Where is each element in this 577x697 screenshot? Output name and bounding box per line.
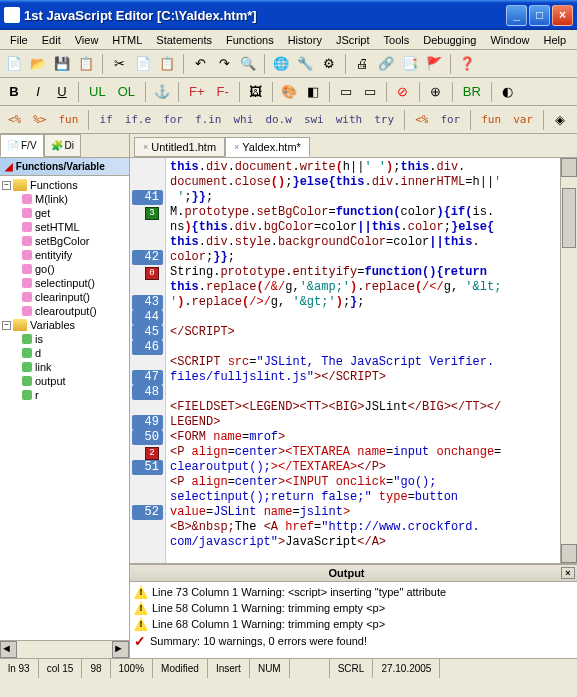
snippet-ife[interactable]: if.e bbox=[121, 111, 156, 128]
help-icon[interactable]: ❓ bbox=[457, 54, 477, 74]
snippet-var[interactable]: var bbox=[509, 111, 537, 128]
snippet-open2[interactable]: <% bbox=[411, 111, 432, 128]
undo-icon[interactable]: ↶ bbox=[190, 54, 210, 74]
ul-button[interactable]: UL bbox=[85, 82, 110, 102]
tree-func-item[interactable]: selectinput() bbox=[2, 276, 127, 290]
ol-button[interactable]: OL bbox=[114, 82, 139, 102]
breakpoint-icon[interactable]: 0 bbox=[145, 267, 159, 280]
snippet-try[interactable]: try bbox=[370, 111, 398, 128]
output-close-icon[interactable]: × bbox=[561, 567, 575, 579]
snippet-open[interactable]: <% bbox=[4, 111, 25, 128]
menu-history[interactable]: History bbox=[282, 32, 328, 48]
code-editor[interactable]: this.div.document.write(h||' ');this.div… bbox=[166, 158, 560, 563]
snippet-fun2[interactable]: fun bbox=[477, 111, 505, 128]
maximize-button[interactable]: □ bbox=[529, 5, 550, 26]
tree-variables[interactable]: −Variables bbox=[2, 318, 127, 332]
misc-icon[interactable]: ◐ bbox=[498, 82, 518, 102]
snippet-fin[interactable]: f.in bbox=[191, 111, 226, 128]
snippet-close[interactable]: %> bbox=[29, 111, 50, 128]
bold-button[interactable]: B bbox=[4, 82, 24, 102]
menu-view[interactable]: View bbox=[69, 32, 105, 48]
anchor-icon[interactable]: ⚓ bbox=[152, 82, 172, 102]
menu-tools[interactable]: Tools bbox=[378, 32, 416, 48]
rect2-icon[interactable]: ▭ bbox=[360, 82, 380, 102]
tree-func-item[interactable]: setBgColor bbox=[2, 234, 127, 248]
image-icon[interactable]: 🖼 bbox=[246, 82, 266, 102]
snippet-fun[interactable]: fun bbox=[55, 111, 83, 128]
editor-tab-yaldex[interactable]: ×Yaldex.htm* bbox=[225, 137, 310, 157]
tree-var-item[interactable]: link bbox=[2, 360, 127, 374]
menu-debugging[interactable]: Debugging bbox=[417, 32, 482, 48]
italic-button[interactable]: I bbox=[28, 82, 48, 102]
menu-jscript[interactable]: JScript bbox=[330, 32, 376, 48]
tree-func-item[interactable]: setHTML bbox=[2, 220, 127, 234]
snippet-misc-icon[interactable]: ◈ bbox=[550, 110, 570, 130]
tree-var-item[interactable]: is bbox=[2, 332, 127, 346]
paste-icon[interactable]: 📋 bbox=[157, 54, 177, 74]
sidebar-scrollbar[interactable]: ◄ ► bbox=[0, 640, 129, 658]
br-button[interactable]: BR bbox=[459, 82, 485, 102]
copy-icon[interactable]: 📄 bbox=[133, 54, 153, 74]
plus-icon[interactable]: ⊕ bbox=[426, 82, 446, 102]
sidebar-tab-fv[interactable]: 📄F/V bbox=[0, 134, 44, 157]
rect-icon[interactable]: ▭ bbox=[336, 82, 356, 102]
bookmark-icon[interactable]: 3 bbox=[145, 207, 159, 220]
tree-func-item[interactable]: clearinput() bbox=[2, 290, 127, 304]
tree-func-item[interactable]: entityify bbox=[2, 248, 127, 262]
palette-icon[interactable]: 🎨 bbox=[279, 82, 299, 102]
tools-icon[interactable]: 🔧 bbox=[295, 54, 315, 74]
tree-func-item[interactable]: get bbox=[2, 206, 127, 220]
tab-close-icon[interactable]: × bbox=[234, 142, 239, 152]
tree-func-item[interactable]: clearoutput() bbox=[2, 304, 127, 318]
output-warning[interactable]: !Line 73 Column 1 Warning: <script> inse… bbox=[132, 584, 575, 600]
cut-icon[interactable]: ✂ bbox=[109, 54, 129, 74]
no-icon[interactable]: ⊘ bbox=[393, 82, 413, 102]
open-icon[interactable]: 📂 bbox=[28, 54, 48, 74]
link-icon[interactable]: 🔗 bbox=[376, 54, 396, 74]
tree-func-item[interactable]: go() bbox=[2, 262, 127, 276]
menu-statements[interactable]: Statements bbox=[150, 32, 218, 48]
sidebar-tree[interactable]: −Functions M(link) get setHTML setBgColo… bbox=[0, 176, 129, 640]
output-summary[interactable]: ✓Summary: 10 warnings, 0 errors were fou… bbox=[132, 632, 575, 650]
snippet-for2[interactable]: for bbox=[436, 111, 464, 128]
save-icon[interactable]: 💾 bbox=[52, 54, 72, 74]
new-icon[interactable]: 📄 bbox=[4, 54, 24, 74]
color-icon[interactable]: ◧ bbox=[303, 82, 323, 102]
snippet-whi[interactable]: whi bbox=[230, 111, 258, 128]
gutter[interactable]: 41 3 42 0 43 44 45 46 47 48 49 50 2 51 bbox=[130, 158, 166, 563]
minimize-button[interactable]: _ bbox=[506, 5, 527, 26]
find-icon[interactable]: 🔍 bbox=[238, 54, 258, 74]
breakpoint-icon[interactable]: 2 bbox=[145, 447, 159, 460]
font-inc-button[interactable]: F+ bbox=[185, 82, 209, 102]
tab-close-icon[interactable]: × bbox=[143, 142, 148, 152]
output-list[interactable]: !Line 73 Column 1 Warning: <script> inse… bbox=[130, 582, 577, 658]
tree-var-item[interactable]: r bbox=[2, 388, 127, 402]
menu-edit[interactable]: Edit bbox=[36, 32, 67, 48]
menu-file[interactable]: File bbox=[4, 32, 34, 48]
sidebar-tab-di[interactable]: 🧩Di bbox=[44, 134, 81, 157]
vertical-scrollbar[interactable] bbox=[560, 158, 577, 563]
tree-var-item[interactable]: output bbox=[2, 374, 127, 388]
output-warning[interactable]: !Line 58 Column 1 Warning: trimming empt… bbox=[132, 600, 575, 616]
menu-functions[interactable]: Functions bbox=[220, 32, 280, 48]
print-icon[interactable]: 🖨 bbox=[352, 54, 372, 74]
editor-tab-untitled[interactable]: ×Untitled1.htm bbox=[134, 137, 225, 157]
browser-icon[interactable]: 🌐 bbox=[271, 54, 291, 74]
snippet-if[interactable]: if bbox=[95, 111, 116, 128]
snippet-with[interactable]: with bbox=[332, 111, 367, 128]
bookmark-icon[interactable]: 📑 bbox=[400, 54, 420, 74]
snippet-swi[interactable]: swi bbox=[300, 111, 328, 128]
menu-help[interactable]: Help bbox=[538, 32, 573, 48]
font-dec-button[interactable]: F- bbox=[213, 82, 233, 102]
snippet-dow[interactable]: do.w bbox=[261, 111, 296, 128]
menu-html[interactable]: HTML bbox=[106, 32, 148, 48]
redo-icon[interactable]: ↷ bbox=[214, 54, 234, 74]
saveall-icon[interactable]: 📋 bbox=[76, 54, 96, 74]
tree-var-item[interactable]: d bbox=[2, 346, 127, 360]
close-button[interactable]: × bbox=[552, 5, 573, 26]
menu-window[interactable]: Window bbox=[484, 32, 535, 48]
flag-icon[interactable]: 🚩 bbox=[424, 54, 444, 74]
underline-button[interactable]: U bbox=[52, 82, 72, 102]
settings-icon[interactable]: ⚙ bbox=[319, 54, 339, 74]
tree-func-item[interactable]: M(link) bbox=[2, 192, 127, 206]
